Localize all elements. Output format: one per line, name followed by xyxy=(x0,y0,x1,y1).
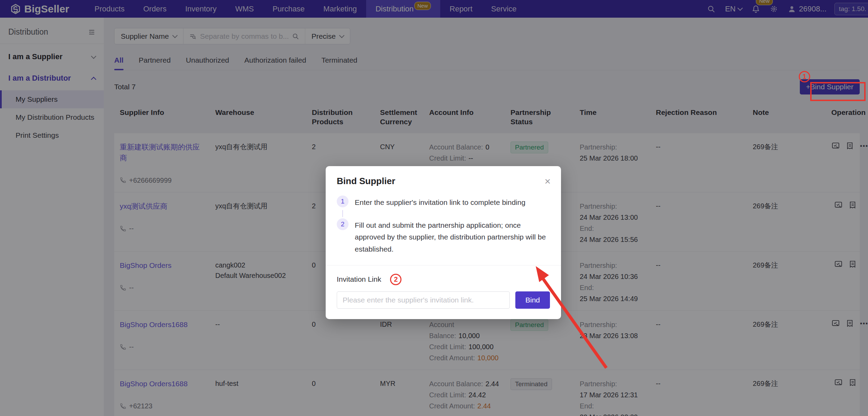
invitation-label-row: Invitation Link 2 xyxy=(326,265,561,285)
step-2: 2 Fill out and submit the partnership ap… xyxy=(337,218,550,255)
close-icon[interactable]: × xyxy=(544,176,551,187)
annotation-circle-2: 2 xyxy=(390,274,401,285)
modal-steps: 1 Enter the supplier's invitation link t… xyxy=(326,189,561,255)
modal-header: Bind Supplier × xyxy=(326,166,561,189)
step-1: 1 Enter the supplier's invitation link t… xyxy=(337,196,550,209)
annotation-circle-1: 1 xyxy=(799,71,810,82)
invitation-link-input[interactable] xyxy=(337,291,510,309)
step-1-number: 1 xyxy=(337,196,349,207)
bind-supplier-modal: Bind Supplier × 1 Enter the supplier's i… xyxy=(326,166,561,319)
bind-button[interactable]: Bind xyxy=(515,291,550,309)
step-1-text: Enter the supplier's invitation link to … xyxy=(355,196,525,209)
modal-title: Bind Supplier xyxy=(337,176,395,187)
step-connector xyxy=(342,210,343,217)
step-2-number: 2 xyxy=(337,218,349,230)
step-2-text: Fill out and submit the partnership appl… xyxy=(355,218,550,255)
invitation-form: Bind xyxy=(326,285,561,319)
invitation-link-label: Invitation Link xyxy=(337,275,381,283)
